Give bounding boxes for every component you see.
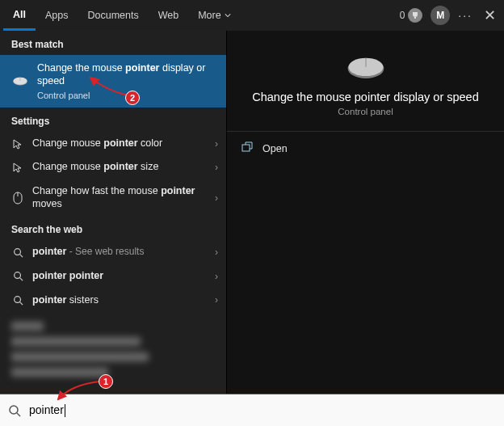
search-icon: [8, 404, 21, 417]
svg-point-15: [10, 406, 18, 414]
search-value: pointer: [29, 403, 65, 417]
cursor-icon: [11, 162, 24, 173]
setting-pointer-size[interactable]: Change mouse pointer size ›: [0, 155, 226, 179]
best-match-label: Best match: [0, 31, 226, 55]
obscured-results: [0, 312, 226, 386]
search-web-label: Search the web: [0, 216, 226, 240]
chevron-down-icon: [225, 10, 231, 21]
annotation-badge-2: 2: [125, 91, 140, 105]
preview-subtitle: Control panel: [238, 107, 493, 116]
search-icon: [11, 271, 24, 281]
rewards-button[interactable]: 0: [400, 8, 423, 23]
tab-more[interactable]: More: [188, 0, 240, 31]
annotation-arrow-1: [55, 380, 103, 404]
svg-rect-14: [242, 145, 250, 151]
chevron-right-icon: ›: [215, 271, 218, 282]
preview-panel: Change the mouse pointer display or spee…: [226, 31, 504, 394]
open-button[interactable]: Open: [227, 132, 504, 165]
trophy-icon: [408, 8, 422, 23]
chevron-right-icon: ›: [215, 247, 218, 258]
search-icon: [11, 247, 24, 258]
setting-pointer-speed[interactable]: Change how fast the mouse pointer moves …: [0, 179, 226, 216]
search-tabs: All Apps Documents Web More: [3, 0, 241, 31]
tab-apps[interactable]: Apps: [36, 0, 78, 31]
avatar[interactable]: M: [430, 6, 450, 25]
mouse-outline-icon: [11, 192, 24, 205]
svg-line-10: [19, 302, 23, 305]
chevron-right-icon: ›: [215, 162, 218, 173]
mouse-icon: [343, 55, 388, 79]
preview-title: Change the mouse pointer display or spee…: [238, 91, 493, 103]
settings-label: Settings: [0, 108, 226, 132]
svg-point-7: [14, 272, 20, 279]
chevron-right-icon: ›: [215, 138, 218, 150]
tab-documents[interactable]: Documents: [78, 0, 148, 31]
cursor-icon: [11, 138, 24, 150]
mouse-icon: [11, 75, 29, 86]
annotation-badge-1: 1: [99, 374, 113, 389]
svg-line-16: [17, 413, 20, 416]
svg-point-9: [14, 297, 20, 303]
web-result-pointer-pointer[interactable]: pointer pointer ›: [0, 264, 226, 289]
svg-point-5: [14, 248, 20, 255]
close-button[interactable]: ✕: [481, 6, 499, 24]
setting-pointer-color[interactable]: Change mouse pointer color ›: [0, 132, 226, 156]
tab-web[interactable]: Web: [149, 0, 188, 31]
more-options-button[interactable]: ···: [458, 9, 472, 22]
topbar: All Apps Documents Web More 0 M ··· ✕: [0, 0, 504, 31]
chevron-right-icon: ›: [215, 294, 218, 306]
svg-line-6: [19, 254, 23, 257]
open-icon: [242, 141, 253, 155]
tab-all[interactable]: All: [3, 0, 36, 31]
search-icon: [11, 295, 24, 306]
web-result-pointer-sisters[interactable]: pointer sisters ›: [0, 289, 226, 313]
web-result-pointer[interactable]: pointer - See web results ›: [0, 240, 226, 264]
chevron-right-icon: ›: [215, 192, 218, 204]
svg-line-8: [19, 278, 23, 281]
